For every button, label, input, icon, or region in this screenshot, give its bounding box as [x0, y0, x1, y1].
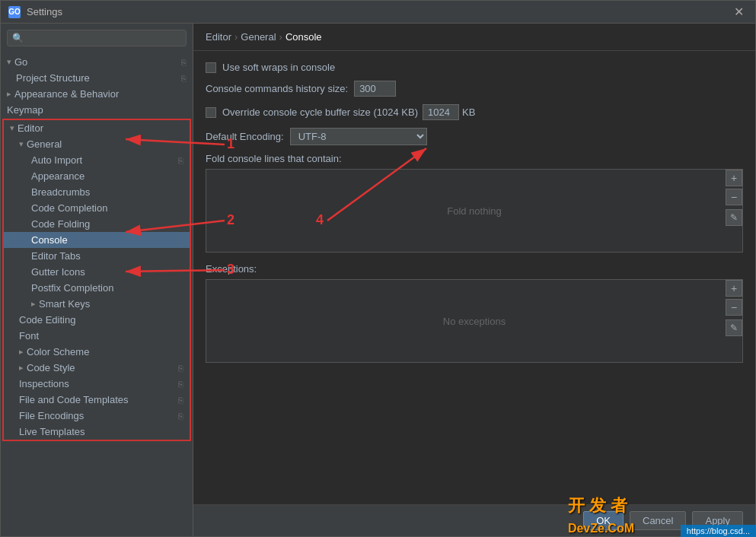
breadcrumb: Editor › General › Console — [193, 24, 755, 51]
app-icon: GO — [8, 6, 21, 18]
bottom-bar: OK Cancel Apply — [193, 504, 755, 536]
history-size-row: Console commands history size: — [206, 81, 743, 97]
copy-icon: ⎘ — [178, 380, 183, 389]
exception-add-button[interactable]: + — [726, 280, 742, 297]
main-content: 🔍 ▾ Go ⎘ Project Structure ⎘ ▸ Ap — [1, 24, 755, 536]
fold-add-button[interactable]: + — [726, 170, 742, 186]
sidebar-item-font[interactable]: Font — [4, 328, 190, 344]
copy-icon: ⎘ — [178, 364, 183, 373]
sidebar-item-go[interactable]: ▾ Go ⎘ — [1, 54, 193, 70]
fold-label: Fold console lines that contain: — [206, 153, 743, 164]
titlebar: GO Settings ✕ — [1, 1, 755, 24]
encoding-select[interactable]: UTF-8 — [290, 128, 427, 145]
exceptions-section: Exceptions: No exceptions + − ✎ — [206, 263, 743, 363]
fold-empty-label: Fold nothing — [206, 170, 742, 252]
sidebar: 🔍 ▾ Go ⎘ Project Structure ⎘ ▸ Ap — [1, 24, 193, 536]
sidebar-item-live-templates[interactable]: Live Templates — [4, 424, 190, 440]
encoding-label: Default Encoding: — [206, 131, 284, 142]
sidebar-item-code-completion[interactable]: Code Completion — [4, 200, 190, 216]
soft-wraps-row: Use soft wraps in console — [206, 62, 743, 73]
sidebar-item-file-encodings[interactable]: File Encodings ⎘ — [4, 408, 190, 424]
sidebar-item-code-editing[interactable]: Code Editing — [4, 312, 190, 328]
sidebar-item-inspections[interactable]: Inspections ⎘ — [4, 376, 190, 392]
cycle-buffer-unit: KB — [462, 106, 475, 118]
chevron-down-icon: ▾ — [19, 139, 24, 149]
settings-panel: Use soft wraps in console Console comman… — [193, 51, 755, 504]
copy-icon: ⎘ — [178, 396, 183, 405]
search-box[interactable]: 🔍 — [7, 30, 187, 46]
settings-window: GO Settings ✕ 🔍 ▾ Go ⎘ Project Structure — [0, 0, 756, 537]
sidebar-item-editor-tabs[interactable]: Editor Tabs — [4, 248, 190, 264]
sidebar-item-code-style[interactable]: ▸ Code Style ⎘ — [4, 360, 190, 376]
cycle-buffer-label: Override console cycle buffer size (1024… — [222, 106, 418, 118]
sidebar-item-auto-import[interactable]: Auto Import ⎘ — [4, 152, 190, 168]
sidebar-item-gutter-icons[interactable]: Gutter Icons — [4, 264, 190, 280]
sidebar-item-editor[interactable]: ▾ Editor — [4, 120, 190, 136]
fold-area: Fold nothing + − ✎ — [206, 169, 743, 253]
soft-wraps-label: Use soft wraps in console — [222, 62, 335, 73]
chevron-down-icon: ▾ — [10, 123, 14, 133]
copy-icon: ⎘ — [181, 58, 187, 67]
history-size-label: Console commands history size: — [206, 83, 348, 94]
sidebar-item-general[interactable]: ▾ General — [4, 136, 190, 152]
sidebar-item-postfix-completion[interactable]: Postfix Completion — [4, 280, 190, 296]
window-title: Settings — [27, 6, 62, 17]
sidebar-item-color-scheme[interactable]: ▸ Color Scheme — [4, 344, 190, 360]
cycle-buffer-input[interactable] — [423, 104, 459, 120]
encoding-row: Default Encoding: UTF-8 — [206, 128, 743, 145]
copy-icon: ⎘ — [181, 74, 187, 83]
exceptions-label: Exceptions: — [206, 263, 743, 275]
chevron-down-icon: ▾ — [7, 57, 11, 67]
url-watermark: https://blog.csd... — [681, 525, 756, 537]
history-size-input[interactable] — [354, 81, 396, 97]
sidebar-item-keymap[interactable]: Keymap — [1, 102, 193, 118]
exception-remove-button[interactable]: − — [726, 299, 742, 316]
fold-edit-button[interactable]: ✎ — [726, 209, 742, 226]
sidebar-item-file-code-templates[interactable]: File and Code Templates ⎘ — [4, 392, 190, 408]
exceptions-area: No exceptions + − ✎ — [206, 279, 743, 363]
brand-watermark: 开 发 者 DevZe.CoM — [568, 494, 634, 537]
search-icon: 🔍 — [12, 33, 24, 43]
cycle-buffer-row: Override console cycle buffer size (1024… — [206, 104, 743, 120]
copy-icon: ⎘ — [178, 411, 183, 421]
close-button[interactable]: ✕ — [730, 5, 748, 19]
chevron-right-icon: ▸ — [19, 363, 24, 373]
sidebar-item-smart-keys[interactable]: ▸ Smart Keys — [4, 296, 190, 312]
exception-edit-button[interactable]: ✎ — [726, 319, 742, 336]
main-panel: Editor › General › Console Use soft wrap… — [193, 24, 755, 536]
search-input[interactable] — [27, 33, 181, 43]
copy-icon: ⎘ — [178, 156, 183, 165]
sidebar-item-project-structure[interactable]: Project Structure ⎘ — [1, 70, 193, 86]
soft-wraps-checkbox[interactable] — [206, 62, 216, 73]
chevron-right-icon: ▸ — [7, 89, 11, 99]
sidebar-item-code-folding[interactable]: Code Folding — [4, 216, 190, 232]
no-exceptions-label: No exceptions — [206, 280, 742, 362]
sidebar-item-console[interactable]: Console — [4, 232, 190, 248]
sidebar-item-breadcrumbs[interactable]: Breadcrumbs — [4, 184, 190, 200]
sidebar-item-appearance[interactable]: Appearance — [4, 168, 190, 184]
sidebar-item-appearance-behavior[interactable]: ▸ Appearance & Behavior — [1, 86, 193, 102]
exceptions-buttons: + − ✎ — [726, 280, 742, 336]
cycle-buffer-checkbox[interactable] — [206, 107, 216, 118]
sidebar-tree: ▾ Go ⎘ Project Structure ⎘ ▸ Appearance … — [1, 52, 193, 536]
chevron-right-icon: ▸ — [31, 299, 36, 309]
chevron-right-icon: ▸ — [19, 347, 24, 357]
fold-buttons: + − ✎ — [726, 170, 742, 226]
fold-remove-button[interactable]: − — [726, 189, 742, 205]
cancel-button[interactable]: Cancel — [630, 511, 686, 530]
